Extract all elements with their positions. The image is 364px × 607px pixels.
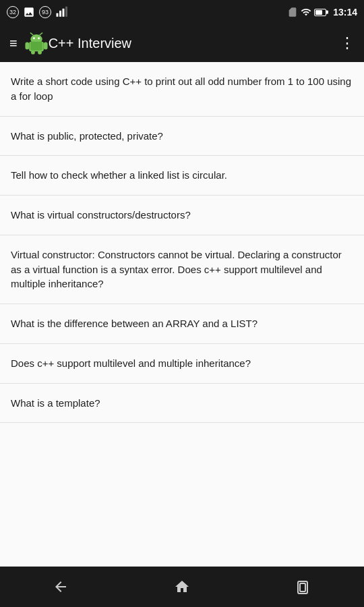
list-item-text: Write a short code using C++ to print ou… [11, 76, 351, 102]
home-icon [174, 579, 190, 595]
signal-bars-icon [55, 6, 67, 18]
svg-rect-16 [300, 583, 305, 591]
bottom-navigation [0, 567, 364, 607]
list-item[interactable]: What is virtual constructors/destructors… [0, 196, 364, 235]
status-icon-32: 32 [7, 6, 19, 18]
app-bar: ≡ C++ Interview ⋮ [0, 24, 364, 62]
list-item-text: What is the difference between an ARRAY … [11, 318, 257, 329]
svg-rect-14 [30, 42, 42, 51]
list-item-text: What is a template? [11, 397, 100, 409]
photo-icon [23, 6, 35, 18]
home-button[interactable] [160, 572, 204, 602]
back-button[interactable] [39, 572, 82, 602]
recents-icon [295, 579, 311, 595]
android-logo [24, 31, 49, 55]
list-item[interactable]: Tell how to check whether a linked list … [0, 156, 364, 196]
svg-rect-12 [31, 51, 35, 55]
list-item[interactable]: What is public, protected, private? [0, 117, 364, 156]
list-item[interactable]: Write a short code using C++ to print ou… [0, 62, 364, 117]
list-item[interactable]: Does c++ support multilevel and multiple… [0, 344, 364, 384]
svg-rect-11 [43, 42, 47, 50]
svg-rect-2 [63, 9, 65, 17]
svg-rect-3 [65, 7, 67, 17]
svg-rect-1 [59, 11, 61, 17]
signal-icon [301, 7, 311, 18]
questions-list: Write a short code using C++ to print ou… [0, 62, 364, 567]
list-item[interactable]: Virtual constructor: Constructors cannot… [0, 235, 364, 304]
list-item-text: What is virtual constructors/destructors… [11, 209, 191, 221]
recents-button[interactable] [282, 572, 325, 602]
list-item-text: What is public, protected, private? [11, 130, 163, 142]
status-right-icons: 13:14 [287, 7, 357, 18]
more-options-button[interactable]: ⋮ [340, 34, 355, 52]
svg-line-8 [30, 33, 33, 35]
menu-button[interactable]: ≡ [9, 36, 18, 51]
list-item[interactable]: What is a template? [0, 384, 364, 424]
app-title: C++ Interview [49, 36, 340, 51]
svg-rect-10 [25, 42, 29, 50]
time-display: 13:14 [333, 7, 357, 18]
status-icon-93: 93 [39, 6, 51, 18]
status-bar: 32 93 13:14 [0, 0, 364, 24]
battery-icon [314, 9, 328, 16]
svg-line-9 [40, 33, 42, 35]
svg-rect-13 [38, 51, 42, 55]
list-item-text: Virtual constructor: Constructors cannot… [11, 249, 342, 290]
svg-rect-0 [57, 13, 59, 17]
status-left-icons: 32 93 [7, 6, 67, 18]
sim-icon [287, 7, 298, 18]
svg-point-6 [33, 37, 35, 39]
svg-point-7 [38, 37, 40, 39]
list-item[interactable]: What is the difference between an ARRAY … [0, 304, 364, 344]
back-icon [53, 579, 69, 595]
list-item-text: Tell how to check whether a linked list … [11, 169, 227, 181]
list-item-text: Does c++ support multilevel and multiple… [11, 357, 251, 369]
